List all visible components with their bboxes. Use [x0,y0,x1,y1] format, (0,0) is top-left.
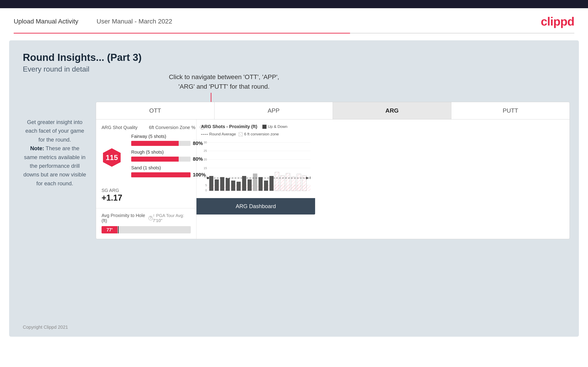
svg-rect-29 [259,177,263,191]
right-column: ARG Shots - Proximity (ft) Up & Down Rou… [197,119,315,239]
chart-header: ARG Shots - Proximity (ft) Up & Down Rou… [201,124,311,137]
sand-label: Sand (1 shots) [131,165,206,170]
svg-rect-23 [226,178,230,191]
shot-quality-section: ARG Shot Quality 6ft Conversion Zone % ?… [96,119,211,208]
svg-rect-27 [248,179,252,191]
fairway-bar-row: Fairway (5 shots) 80% [131,134,206,146]
page-title: Round Insights... (Part 3) [23,52,565,63]
legend-conversion-zone: 6 ft conversion zone [239,132,279,137]
svg-text:30: 30 [204,141,207,144]
main-content: Round Insights... (Part 3) Every round i… [9,40,579,337]
svg-text:0: 0 [205,189,207,192]
svg-marker-40 [306,177,309,179]
legend-conversion-label: 6 ft conversion zone [244,132,279,137]
left-column: ARG Shot Quality 6ft Conversion Zone % ?… [96,119,197,239]
sg-arg-value: +1.17 [102,193,206,203]
svg-rect-34 [286,173,290,191]
svg-rect-21 [215,179,219,191]
pga-avg-label: ↑ PGA Tour Avg: 7'10" [153,213,191,223]
sg-arg-section: SG ARG +1.17 [102,185,206,203]
page-subtitle: Every round in detail [23,65,565,73]
round-avg-icon [201,134,208,135]
chart-container: ARG Shots - Proximity (ft) Up & Down Rou… [197,119,315,196]
sand-bar-fill [131,172,190,177]
arg-chart: 30 25 20 15 10 5 0 [201,140,311,195]
tab-arg[interactable]: ARG [333,102,451,119]
panel-body: ARG Shot Quality 6ft Conversion Zone % ?… [96,119,570,239]
svg-rect-35 [291,177,295,191]
svg-rect-24 [231,181,235,191]
proximity-section: Avg Proximity to Hole (ft) ? ↑ PGA Tour … [96,208,196,239]
fairway-bar-fill [131,141,179,146]
clippd-logo: clippd [541,15,574,28]
svg-rect-22 [220,177,224,191]
tabs-row: OTT APP ARG PUTT [96,102,570,119]
rough-bar-fill [131,157,179,162]
dashboard-panel: OTT APP ARG PUTT ARG Shot Quality 6ft Co… [96,102,570,239]
header-divider [14,33,574,33]
proximity-header: Avg Proximity to Hole (ft) ? ↑ PGA Tour … [102,213,191,223]
rough-bar-track [131,157,190,162]
proximity-label: Avg Proximity to Hole (ft) [102,213,147,223]
copyright: Copyright Clippd 2021 [23,325,68,330]
svg-rect-36 [297,174,301,191]
tab-putt[interactable]: PUTT [451,102,570,119]
hex-score: 115 [102,147,122,168]
tab-ott[interactable]: OTT [96,102,215,119]
up-down-icon [262,125,267,129]
rough-bar-row: Rough (5 shots) 80% [131,150,206,162]
sg-arg-label: SG ARG [102,188,206,193]
svg-text:20: 20 [204,158,207,161]
top-bar [0,0,588,8]
arg-dashboard-button[interactable]: ARG Dashboard [197,198,315,215]
fairway-bar-track [131,141,190,146]
svg-text:15: 15 [204,167,207,170]
proximity-bar-track: 77' [102,226,191,234]
svg-rect-32 [275,172,279,191]
tab-app[interactable]: APP [215,102,333,119]
fairway-label: Fairway (5 shots) [131,134,206,139]
upload-manual-activity-link[interactable]: Upload Manual Activity [14,18,78,25]
svg-text:5: 5 [205,184,207,187]
proximity-help-icon[interactable]: ? [148,216,153,220]
proximity-bar-fill: 77' [102,226,118,234]
legend-up-down-label: Up & Down [268,125,287,129]
left-info-text: Get greater insight into each facet of y… [23,118,87,188]
shot-bars: Fairway (5 shots) 80% Rou [131,134,206,181]
conversion-zone-label: 6ft Conversion Zone % [149,125,195,130]
svg-text:10: 10 [204,175,207,178]
proximity-value: 77' [107,227,113,233]
svg-rect-25 [237,182,241,191]
svg-rect-28 [253,174,257,191]
arg-shot-quality-label: ARG Shot Quality [102,125,138,130]
conversion-zone-icon [239,132,243,136]
legend-round-avg-label: Round Average [209,132,236,137]
proximity-bar-container: 77' [102,226,191,234]
header-left: Upload Manual Activity User Manual - Mar… [14,18,172,25]
header: Upload Manual Activity User Manual - Mar… [0,8,588,33]
svg-rect-30 [264,181,268,191]
svg-text:8: 8 [310,176,311,180]
annotation-text: Click to navigate between 'OTT', 'APP','… [169,72,279,92]
rough-label: Rough (5 shots) [131,150,206,155]
legend-up-down: Up & Down [262,125,287,129]
chart-title: ARG Shots - Proximity (ft) [201,124,257,129]
sand-bar-row: Sand (1 shots) 100% [131,165,206,178]
sand-bar-track [131,172,190,177]
hex-number: 115 [106,153,118,162]
cursor-line [118,226,119,234]
legend-round-avg: Round Average [201,132,236,137]
top-section: ARG Shot Quality 6ft Conversion Zone % ?… [96,119,196,208]
svg-text:25: 25 [204,149,207,152]
user-manual-label: User Manual - March 2022 [96,18,172,25]
